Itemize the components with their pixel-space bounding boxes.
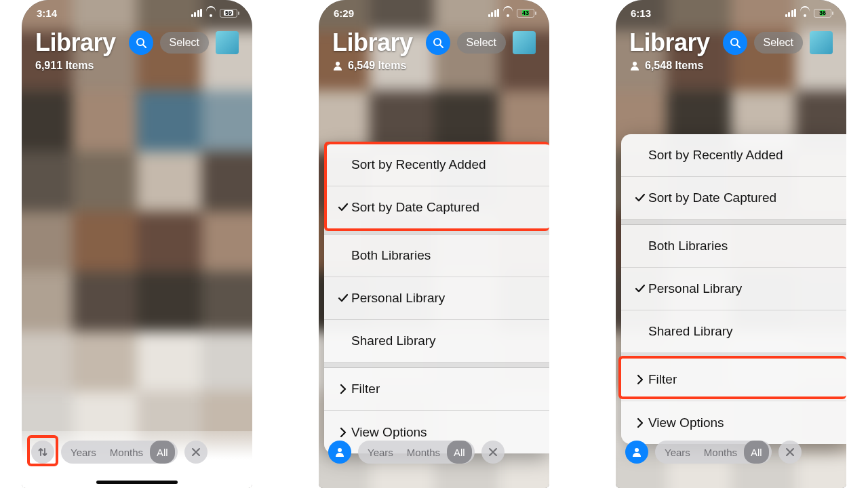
battery-indicator: 36 <box>814 9 831 18</box>
menu-shared-library[interactable]: Shared Library <box>324 320 549 363</box>
time-scope-pill[interactable]: Years Months All <box>358 441 475 464</box>
search-button[interactable] <box>723 30 747 55</box>
sort-filter-menu: Sort by Recently Added Sort by Date Capt… <box>621 134 846 444</box>
item-count: 6,911 Items <box>35 60 94 72</box>
close-button[interactable] <box>481 441 505 464</box>
library-header: Library Select 6,911 Items <box>35 28 239 72</box>
chevron-right-icon <box>632 418 648 428</box>
screenshot-2: 6:29 43 Library Select 6,549 Items Sort … <box>319 0 549 488</box>
search-button[interactable] <box>426 30 450 55</box>
account-thumbnail[interactable] <box>810 31 833 54</box>
bottom-toolbar: Years Months All <box>319 431 549 488</box>
cell-signal-icon <box>785 9 797 17</box>
check-icon <box>335 293 351 304</box>
tab-all[interactable]: All <box>744 441 769 464</box>
select-button[interactable]: Select <box>160 32 209 54</box>
chevron-right-icon <box>632 374 648 385</box>
page-title: Library <box>35 28 116 57</box>
library-header: Library Select 6,549 Items <box>332 28 536 72</box>
wifi-icon <box>205 9 216 17</box>
check-icon <box>335 202 351 213</box>
tab-months[interactable]: Months <box>103 441 150 464</box>
bottom-toolbar: Years Months All <box>22 431 252 488</box>
item-count: 6,549 Items <box>348 60 406 72</box>
sort-filter-menu: Sort by Recently Added Sort by Date Capt… <box>324 144 549 453</box>
select-button[interactable]: Select <box>754 32 803 54</box>
battery-indicator: 43 <box>517 9 534 18</box>
status-time: 6:29 <box>334 7 354 19</box>
sort-filter-button[interactable] <box>625 441 648 464</box>
search-button[interactable] <box>129 30 153 55</box>
status-time: 3:14 <box>37 7 57 19</box>
person-icon <box>629 60 640 71</box>
item-count: 6,548 Items <box>645 60 703 72</box>
menu-shared-library[interactable]: Shared Library <box>621 310 846 353</box>
status-bar: 6:29 43 <box>319 0 549 26</box>
sort-filter-button[interactable] <box>31 441 54 464</box>
time-scope-pill[interactable]: Years Months All <box>61 441 178 464</box>
menu-both-libraries[interactable]: Both Libraries <box>324 235 549 277</box>
menu-both-libraries[interactable]: Both Libraries <box>621 225 846 268</box>
bottom-toolbar: Years Months All <box>616 431 846 488</box>
menu-sort-date-captured[interactable]: Sort by Date Captured <box>324 186 549 229</box>
time-scope-pill[interactable]: Years Months All <box>655 441 772 464</box>
home-indicator[interactable] <box>96 481 178 484</box>
screenshot-3: 6:13 36 Library Select 6,548 Items Sort … <box>616 0 846 488</box>
battery-indicator: 59 <box>220 9 237 18</box>
check-icon <box>632 283 648 294</box>
tab-years[interactable]: Years <box>361 441 400 464</box>
chevron-right-icon <box>335 384 351 394</box>
menu-filter[interactable]: Filter <box>324 368 549 411</box>
account-thumbnail[interactable] <box>513 31 536 54</box>
check-icon <box>632 192 648 203</box>
tab-all[interactable]: All <box>447 441 472 464</box>
status-time: 6:13 <box>631 7 651 19</box>
menu-personal-library[interactable]: Personal Library <box>621 268 846 310</box>
menu-sort-date-captured[interactable]: Sort by Date Captured <box>621 177 846 220</box>
close-button[interactable] <box>184 441 208 464</box>
cell-signal-icon <box>191 9 203 17</box>
sort-filter-button[interactable] <box>328 441 351 464</box>
library-header: Library Select 6,548 Items <box>629 28 833 72</box>
tab-years[interactable]: Years <box>64 441 103 464</box>
menu-sort-recently-added[interactable]: Sort by Recently Added <box>324 144 549 186</box>
tab-months[interactable]: Months <box>400 441 447 464</box>
select-button[interactable]: Select <box>457 32 506 54</box>
tab-all[interactable]: All <box>150 441 175 464</box>
status-bar: 3:14 59 <box>22 0 252 26</box>
cell-signal-icon <box>488 9 500 17</box>
page-title: Library <box>332 28 413 57</box>
tab-years[interactable]: Years <box>658 441 697 464</box>
status-bar: 6:13 36 <box>616 0 846 26</box>
page-title: Library <box>629 28 710 57</box>
account-thumbnail[interactable] <box>216 31 239 54</box>
menu-sort-recently-added[interactable]: Sort by Recently Added <box>621 134 846 177</box>
wifi-icon <box>800 9 810 17</box>
close-button[interactable] <box>778 441 802 464</box>
menu-personal-library[interactable]: Personal Library <box>324 277 549 320</box>
menu-filter[interactable]: Filter <box>621 359 846 401</box>
person-icon <box>332 60 343 71</box>
screenshot-1: 3:14 59 Library Select 6,911 Items Years… <box>22 0 252 488</box>
tab-months[interactable]: Months <box>697 441 744 464</box>
wifi-icon <box>502 9 513 17</box>
